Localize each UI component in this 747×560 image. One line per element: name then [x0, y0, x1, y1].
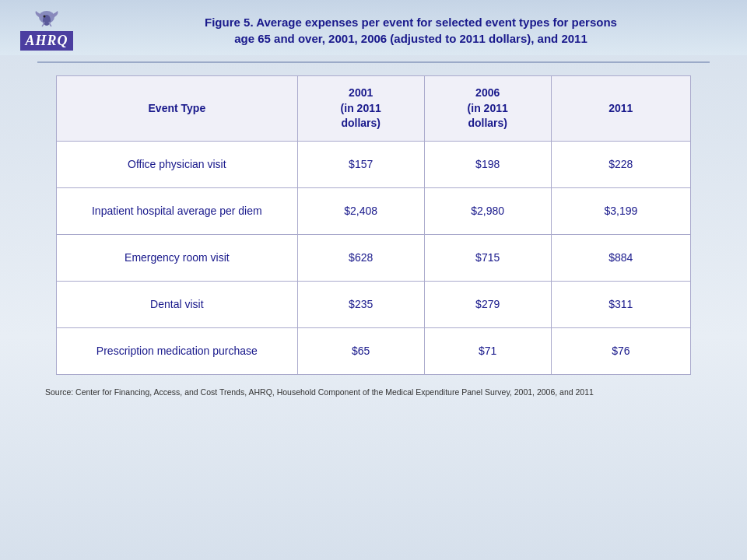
source-line: Source: Center for Financing, Access, an…: [37, 387, 710, 397]
cell-2011: $76: [551, 327, 690, 374]
cell-event-type: Dental visit: [57, 281, 298, 327]
eagle-icon: [33, 9, 61, 31]
cell-event-type: Emergency room visit: [57, 234, 298, 281]
data-table: Event Type 2001(in 2011dollars) 2006(in …: [56, 75, 691, 375]
title-area: Figure 5. Average expenses per event for…: [90, 14, 731, 47]
cell-event-type: Office physician visit: [57, 141, 298, 187]
figure-title: Figure 5. Average expenses per event for…: [90, 14, 731, 47]
table-row: Prescription medication purchase$65$71$7…: [57, 327, 691, 374]
header: AHRQ Figure 5. Average expenses per even…: [0, 0, 747, 55]
cell-2011: $884: [551, 234, 690, 281]
table-header-row: Event Type 2001(in 2011dollars) 2006(in …: [57, 76, 691, 142]
cell-2001: $235: [297, 281, 424, 327]
col-header-2006: 2006(in 2011dollars): [424, 76, 551, 142]
col-header-event-type: Event Type: [57, 76, 298, 142]
table-container: Event Type 2001(in 2011dollars) 2006(in …: [56, 75, 691, 375]
cell-2001: $628: [297, 234, 424, 281]
cell-2011: $311: [551, 281, 690, 327]
cell-2011: $228: [551, 141, 690, 187]
cell-2006: $2,980: [424, 187, 551, 234]
cell-event-type: Inpatient hospital average per diem: [57, 187, 298, 234]
cell-event-type: Prescription medication purchase: [57, 327, 298, 374]
cell-2006: $715: [424, 234, 551, 281]
table-row: Dental visit$235$279$311: [57, 281, 691, 327]
table-row: Emergency room visit$628$715$884: [57, 234, 691, 281]
cell-2001: $2,408: [297, 187, 424, 234]
cell-2001: $157: [297, 141, 424, 187]
logo-area: AHRQ: [16, 9, 78, 51]
page-wrapper: AHRQ Figure 5. Average expenses per even…: [0, 0, 747, 560]
svg-point-2: [44, 16, 46, 18]
cell-2001: $65: [297, 327, 424, 374]
cell-2006: $71: [424, 327, 551, 374]
col-header-2011: 2011: [551, 76, 690, 142]
table-body: Office physician visit$157$198$228Inpati…: [57, 141, 691, 374]
col-header-2001: 2001(in 2011dollars): [297, 76, 424, 142]
table-row: Office physician visit$157$198$228: [57, 141, 691, 187]
cell-2006: $279: [424, 281, 551, 327]
header-divider: [37, 61, 710, 63]
table-row: Inpatient hospital average per diem$2,40…: [57, 187, 691, 234]
logo-text: AHRQ: [20, 31, 72, 51]
cell-2006: $198: [424, 141, 551, 187]
cell-2011: $3,199: [551, 187, 690, 234]
